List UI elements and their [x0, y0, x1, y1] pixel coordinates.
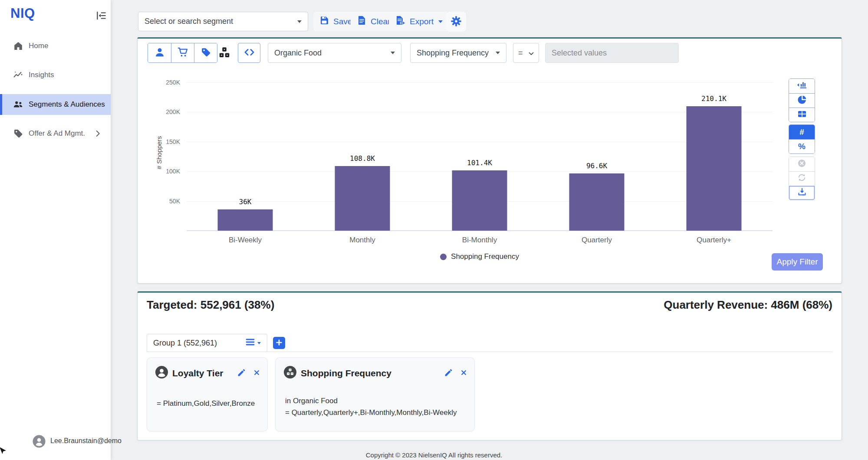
card-condition-line: in Organic Food	[285, 395, 457, 407]
chart-slot: 108.8KMonthly	[304, 82, 421, 231]
remove-card-button[interactable]	[460, 369, 467, 378]
card-header: Loyalty Tier	[155, 365, 260, 381]
export-button[interactable]: Export	[389, 12, 448, 31]
selected-values-input[interactable]	[545, 43, 679, 63]
edit-card-button[interactable]	[237, 368, 246, 378]
segments-icon	[13, 99, 23, 110]
pie-chart-type-button[interactable]	[789, 93, 815, 108]
sidebar: NIQ Home	[0, 0, 111, 460]
count-unit-button[interactable]: #	[789, 125, 815, 139]
chart-type-group	[789, 78, 815, 122]
card-header: Shopping Frequency	[283, 365, 467, 381]
segment-card-shopping-frequency: Shopping Frequency	[275, 357, 475, 431]
user-email: Lee.Braunstain@demo	[50, 437, 122, 445]
insights-icon	[13, 70, 23, 80]
group-tab[interactable]: Group 1 (552,961)	[147, 334, 267, 352]
card-title: Shopping Frequency	[301, 368, 391, 378]
table-view-button[interactable]	[789, 108, 815, 122]
collapse-sidebar-icon	[95, 10, 107, 23]
clear-label: Clear	[371, 17, 390, 26]
legend-label: Shopping Frequency	[451, 252, 519, 261]
bar-quarterly[interactable]	[569, 173, 625, 231]
close-icon	[253, 369, 260, 378]
y-tick-label: 50K	[142, 198, 180, 205]
refresh-chart-button[interactable]	[789, 171, 815, 186]
bar-chart-type-button[interactable]	[789, 79, 815, 93]
y-axis-ticks: 50K100K150K200K250K	[142, 82, 180, 231]
edit-card-button[interactable]	[444, 368, 453, 378]
products-cubes-button[interactable]	[217, 46, 232, 61]
chevron-down-icon	[391, 52, 395, 54]
sidebar-item-insights[interactable]: Insights	[0, 65, 111, 85]
x-category-label: Bi-Monthly	[421, 236, 538, 245]
tag-icon	[201, 47, 211, 59]
dataset-select-value: Organic Food	[274, 49, 322, 58]
mouse-cursor	[0, 446, 8, 458]
group-tab-label: Group 1 (552,961)	[153, 339, 217, 348]
remove-card-button[interactable]	[253, 369, 260, 378]
sidebar-item-offer-ad-mgmt[interactable]: Offer & Ad Mgmt.	[0, 123, 111, 144]
x-category-label: Bi-Weekly	[187, 236, 304, 245]
group-menu-button[interactable]	[245, 337, 261, 349]
avatar	[32, 434, 46, 448]
card-condition: in Organic Food = Quarterly,Quarterly+,B…	[285, 395, 457, 418]
segment-select[interactable]: Select or search segment	[138, 12, 308, 31]
pencil-icon	[237, 368, 246, 378]
bar-value-label: 101.4K	[421, 159, 538, 167]
dataset-select[interactable]: Organic Food	[268, 43, 401, 63]
legend-dot	[440, 254, 447, 260]
segment-select-value: Select or search segment	[145, 17, 233, 26]
bar-monthly[interactable]	[335, 166, 390, 231]
cubes-icon	[218, 46, 231, 61]
export-label: Export	[410, 17, 434, 26]
sidebar-item-label: Insights	[29, 71, 54, 79]
chevron-right-icon	[93, 129, 102, 138]
bar-value-label: 108.8K	[304, 154, 421, 163]
code-icon	[243, 46, 255, 59]
operator-select[interactable]: =	[513, 43, 539, 63]
card-condition: = Platinum,Gold,Silver,Bronze	[157, 398, 255, 409]
niq-dashboard: NIQ Home	[0, 0, 868, 460]
home-icon	[13, 41, 23, 51]
y-tick-label: 200K	[142, 108, 180, 115]
code-expression-button[interactable]	[238, 43, 260, 63]
card-condition-line: = Quarterly,Quarterly+,Bi-Monthly,Monthl…	[285, 407, 457, 418]
sidebar-item-segments-audiences[interactable]: Segments & Audiences	[0, 94, 111, 115]
bar-bi-weekly[interactable]	[218, 209, 273, 231]
y-tick-label: 250K	[142, 79, 180, 86]
export-icon	[395, 15, 406, 28]
download-chart-button[interactable]	[789, 186, 815, 200]
chart-legend: Shopping Frequency	[187, 252, 773, 261]
x-category-label: Quarterly	[538, 236, 655, 245]
cubes-circle-icon	[283, 365, 297, 381]
settings-button[interactable]	[446, 12, 466, 32]
clear-chart-button[interactable]	[789, 157, 815, 171]
download-icon	[797, 187, 807, 199]
add-group-button[interactable]	[273, 337, 285, 349]
refresh-icon	[797, 173, 807, 185]
footer-copyright: Copyright © 2023 NielsenIQ All rights re…	[0, 451, 868, 459]
tag-dimension-button[interactable]	[194, 43, 217, 62]
chevron-down-icon	[297, 20, 302, 23]
shopper-dimension-button[interactable]	[148, 43, 171, 62]
segment-card-loyalty-tier: Loyalty Tier	[147, 357, 268, 431]
collapse-sidebar-button[interactable]	[93, 8, 109, 24]
percent-unit-button[interactable]: %	[789, 139, 815, 153]
user-account[interactable]: Lee.Braunstain@demo	[0, 434, 111, 451]
apply-filter-button[interactable]: Apply Filter	[772, 253, 823, 271]
attribute-select-value: Shopping Frequency	[417, 49, 489, 58]
bar-value-label: 210.1K	[655, 95, 773, 103]
sidebar-item-home[interactable]: Home	[0, 36, 111, 56]
cart-dimension-button[interactable]	[171, 43, 194, 62]
operator-value: =	[518, 49, 523, 58]
x-category-label: Monthly	[304, 236, 421, 245]
clear-circle-icon	[797, 158, 807, 170]
revenue-stat: Quarterly Revenue: 486M (68%)	[664, 298, 832, 312]
close-icon	[460, 369, 467, 378]
bar-quarterly+[interactable]	[687, 106, 742, 231]
bar-bi-monthly[interactable]	[452, 170, 507, 231]
gear-icon	[450, 15, 462, 29]
dimension-toggle-group	[148, 43, 217, 63]
attribute-select[interactable]: Shopping Frequency	[410, 43, 506, 63]
chevron-down-icon	[496, 52, 500, 54]
